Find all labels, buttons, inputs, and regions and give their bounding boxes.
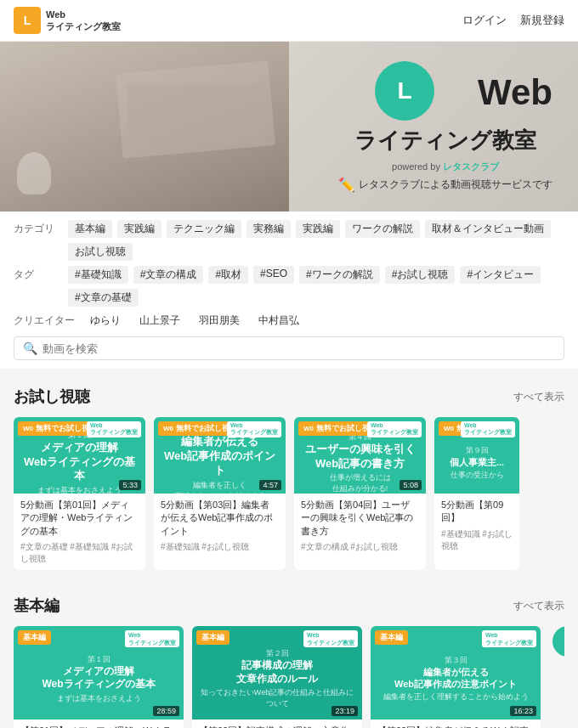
basic-card-thumb-1: 基本編 Webライティング教室 第２回 記事構成の理解文章作成のルール 知ってお… bbox=[192, 626, 362, 720]
trial-card-2[interactable]: W0 無料でお試し視聴 Webライティング教室 第４回 ユーザーの興味を引くWe… bbox=[294, 417, 426, 570]
card-sub-0: まずは基本をおさえよう bbox=[37, 485, 122, 496]
trial-card-row: W0 無料でお試し視聴 Webライティング教室 第１回 メディアの理解Webライ… bbox=[14, 417, 564, 570]
trial-card-thumb-0: W0 無料でお試し視聴 Webライティング教室 第１回 メディアの理解Webライ… bbox=[14, 417, 145, 494]
basic-sub-2: 編集者を正しく理解することから始めよう bbox=[383, 691, 529, 703]
logo-text: Web ライティング教室 bbox=[46, 8, 121, 33]
basic-episode-1: 第２回 bbox=[266, 648, 289, 659]
tag-label: タグ bbox=[14, 266, 60, 282]
basic-sub-0: まずは基本をおさえよう bbox=[57, 693, 141, 704]
category-chip-4[interactable]: 実践編 bbox=[296, 220, 340, 238]
login-link[interactable]: ログイン bbox=[462, 13, 507, 28]
category-chip-0[interactable]: 基本編 bbox=[68, 220, 112, 238]
card-duration-0: 5:33 bbox=[119, 480, 141, 490]
trial-see-all[interactable]: すべて表示 bbox=[513, 390, 564, 404]
card-info-3: 5分動画【第09回】 #基礎知識 #お試し視聴 bbox=[434, 494, 519, 557]
trial-card-3[interactable]: W0 無料でお試し Webライティング教室 第９回 個人事業主... 仕事の受注… bbox=[434, 417, 519, 570]
card-title-2: 5分動画【第04回】ユーザーの興味を引くWeb記事の書き方 bbox=[301, 499, 419, 538]
basic-title-0: 【第01回】メディアの理解・Webライティングの基本 bbox=[20, 725, 177, 728]
tag-chip-0[interactable]: #基礎知識 bbox=[68, 266, 128, 284]
header: L Web ライティング教室 ログイン 新規登録 bbox=[0, 0, 578, 42]
site-badge-1: Webライティング教室 bbox=[227, 421, 281, 437]
hero-logo-letter: L bbox=[397, 77, 411, 104]
basic-site-badge-1: Webライティング教室 bbox=[303, 630, 358, 647]
category-chip-6[interactable]: 取材＆インタビュー動画 bbox=[425, 220, 551, 238]
trial-card-thumb-2: W0 無料でお試し視聴 Webライティング教室 第４回 ユーザーの興味を引くWe… bbox=[294, 417, 426, 494]
basic-card-1[interactable]: 基本編 Webライティング教室 第２回 記事構成の理解文章作成のルール 知ってお… bbox=[192, 626, 362, 728]
header-nav: ログイン 新規登録 bbox=[462, 13, 564, 28]
basic-duration-2: 16:23 bbox=[510, 706, 536, 716]
basic-badge-0: 基本編 bbox=[18, 630, 51, 645]
basic-section-header: 基本編 すべて表示 bbox=[14, 595, 564, 616]
basic-site-badge-0: Webライティング教室 bbox=[125, 630, 179, 647]
trial-section-header: お試し視聴 すべて表示 bbox=[14, 387, 564, 407]
register-link[interactable]: 新規登録 bbox=[520, 13, 564, 28]
creator-chip-2[interactable]: 羽田朋美 bbox=[192, 312, 246, 330]
chevron-right-button[interactable]: › bbox=[552, 626, 564, 657]
creator-chip-0[interactable]: ゆらり bbox=[83, 312, 128, 330]
basic-episode-2: 第３回 bbox=[445, 655, 468, 666]
card-main-title-0: メディアの理解Webライティングの基本 bbox=[20, 441, 139, 484]
basic-episode-0: 第１回 bbox=[88, 654, 110, 665]
hero-powered-brand: レタスクラブ bbox=[443, 161, 499, 172]
hero-image-left bbox=[0, 42, 289, 212]
basic-duration-1: 23:19 bbox=[332, 706, 358, 716]
tag-chip-1[interactable]: #文章の構成 bbox=[133, 266, 204, 284]
card-info-0: 5分動画【第01回】メディアの理解・Webライティングの基本 #文章の基礎 #基… bbox=[14, 494, 145, 570]
creator-label: クリエイター bbox=[14, 312, 75, 328]
card-main-title-2: ユーザーの興味を引くWeb記事の書き方 bbox=[305, 443, 416, 471]
basic-info-1: 【第02回】記事構成の理解・文章作成のルール #文章の基礎 #文章の構成 bbox=[192, 720, 362, 728]
search-input[interactable] bbox=[42, 342, 555, 355]
category-chip-3[interactable]: 実務編 bbox=[246, 220, 291, 238]
basic-section: 基本編 すべて表示 基本編 Webライティング教室 第１回 メディアの理解Web… bbox=[0, 578, 578, 728]
card-tags-0: #文章の基礎 #基礎知識 #お試し視聴 bbox=[20, 541, 139, 565]
category-chip-7[interactable]: お試し視聴 bbox=[68, 243, 133, 261]
hero-banner: L Web ライティング教室 powered by レタスクラブ ✏️ レタスク… bbox=[0, 42, 578, 212]
creator-chip-3[interactable]: 中村昌弘 bbox=[252, 312, 306, 330]
logo-area: L Web ライティング教室 bbox=[14, 7, 121, 34]
trial-card-1[interactable]: W0 無料でお試し視聴 Webライティング教室 第３回 編集者が伝えるWeb記事… bbox=[154, 417, 286, 570]
card-duration-2: 5:08 bbox=[400, 480, 422, 490]
trial-card-0[interactable]: W0 無料でお試し視聴 Webライティング教室 第１回 メディアの理解Webライ… bbox=[14, 417, 145, 570]
tag-chip-7[interactable]: #文章の基礎 bbox=[68, 289, 139, 307]
hero-right: L Web ライティング教室 powered by レタスクラブ ✏️ レタスク… bbox=[321, 44, 578, 210]
basic-card-0[interactable]: 基本編 Webライティング教室 第１回 メディアの理解Webライティングの基本 … bbox=[14, 626, 184, 728]
basic-section-title: 基本編 bbox=[14, 595, 60, 616]
basic-info-2: 【第03回】編集者が伝えるWeb記事作成の注意ポイント #文章の基礎 #文章の構… bbox=[371, 720, 541, 728]
card-main-title-1: 編集者が伝えるWeb記事作成のポイント bbox=[161, 435, 279, 478]
tag-items: #基礎知識 #文章の構成 #取材 #SEO #ワークの解説 #お試し視聴 #イン… bbox=[68, 266, 564, 307]
card-main-title-3: 個人事業主... bbox=[450, 456, 504, 468]
card-sub-2: 仕事が増えるには仕組みが分かる! bbox=[330, 472, 391, 494]
basic-duration-0: 28:59 bbox=[153, 706, 179, 716]
category-label: カテゴリ bbox=[14, 220, 60, 236]
hero-subtitle: ライティング教室 bbox=[338, 126, 552, 155]
hero-powered: powered by レタスクラブ bbox=[338, 161, 552, 173]
search-row[interactable]: 🔍 bbox=[14, 336, 564, 360]
tag-chip-5[interactable]: #お試し視聴 bbox=[385, 266, 456, 284]
category-items: 基本編 実践編 テクニック編 実務編 実践編 ワークの解説 取材＆インタビュー動… bbox=[68, 220, 564, 261]
trial-card-thumb-3: W0 無料でお試し Webライティング教室 第９回 個人事業主... 仕事の受注… bbox=[434, 417, 519, 494]
trial-section: お試し視聴 すべて表示 W0 無料でお試し視聴 Webライティング教室 第１回 … bbox=[0, 370, 578, 578]
tag-chip-3[interactable]: #SEO bbox=[253, 266, 294, 284]
search-icon: 🔍 bbox=[23, 341, 37, 355]
card-info-2: 5分動画【第04回】ユーザーの興味を引くWeb記事の書き方 #文章の構成 #お試… bbox=[294, 494, 426, 558]
basic-title-2: 【第03回】編集者が伝えるWeb記事作成の注意ポイント bbox=[377, 725, 534, 728]
creator-chip-1[interactable]: 山上景子 bbox=[133, 312, 187, 330]
basic-info-0: 【第01回】メディアの理解・Webライティングの基本 #文章の基礎 #基礎知識 bbox=[14, 720, 184, 728]
filter-bar: カテゴリ 基本編 実践編 テクニック編 実務編 実践編 ワークの解説 取材＆イン… bbox=[0, 212, 578, 370]
tag-chip-2[interactable]: #取材 bbox=[208, 266, 248, 284]
basic-card-thumb-0: 基本編 Webライティング教室 第１回 メディアの理解Webライティングの基本 … bbox=[14, 626, 184, 720]
basic-card-2[interactable]: 基本編 Webライティング教室 第３回 編集者が伝えるWeb記事作成の注意ポイン… bbox=[371, 626, 541, 728]
tag-chip-4[interactable]: #ワークの解説 bbox=[299, 266, 380, 284]
basic-see-all-top[interactable]: すべて表示 bbox=[513, 599, 564, 613]
basic-card-thumb-2: 基本編 Webライティング教室 第３回 編集者が伝えるWeb記事作成の注意ポイン… bbox=[371, 626, 541, 720]
site-badge-0: Webライティング教室 bbox=[87, 421, 141, 437]
card-tags-3: #基礎知識 #お試し視聴 bbox=[441, 528, 513, 552]
tag-chip-6[interactable]: #インタビュー bbox=[460, 266, 541, 284]
creator-items: ゆらり 山上景子 羽田朋美 中村昌弘 bbox=[83, 312, 306, 330]
category-chip-5[interactable]: ワークの解説 bbox=[345, 220, 420, 238]
category-chip-2[interactable]: テクニック編 bbox=[167, 220, 241, 238]
card-title-1: 5分動画【第03回】編集者が伝えるWeb記事作成のポイント bbox=[161, 499, 279, 538]
card-tags-1: #基礎知識 #お試し視聴 bbox=[161, 541, 279, 553]
card-info-1: 5分動画【第03回】編集者が伝えるWeb記事作成のポイント #基礎知識 #お試し… bbox=[154, 494, 286, 558]
category-chip-1[interactable]: 実践編 bbox=[117, 220, 162, 238]
